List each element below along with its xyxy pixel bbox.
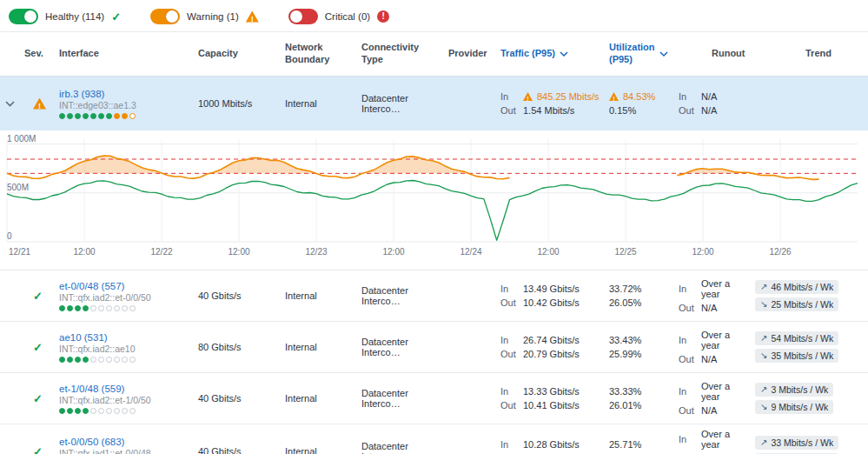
health-dot [75,305,81,311]
health-dot [129,305,136,311]
severity-cell: ✓ [24,290,59,303]
interface-subtitle: INT::qfx.iad2::et-1/0/50 [59,395,193,405]
table-row[interactable]: ✓ et-0/0/50 (683) INT::qfx.iad1::et-0/0/… [0,424,868,454]
connectivity-cell: Datacenter Interco… [361,441,448,454]
runout-cell: InOver a year OutN/A [679,330,755,364]
health-dot [83,305,89,311]
boundary-cell: Internal [285,98,361,109]
trend-badge: ↘25 Mbits/s / Wk [755,297,838,311]
critical-icon: ! [377,10,389,23]
health-dot [75,113,81,119]
health-dot [90,113,96,119]
header-severity[interactable]: Sev. [24,48,59,60]
trend-badge: ↗54 Mbits/s / Wk [755,331,838,345]
health-dot [114,408,120,414]
trend-cell: ↗33 Mbits/s / Wk ↗31 Mbits/s / Wk [755,436,868,454]
warning-icon [33,98,46,110]
trend-up-icon: ↗ [760,385,767,394]
severity-cell: ✓ [24,341,59,354]
svg-text:12:00: 12:00 [692,247,713,257]
interface-link[interactable]: et-0/0/48 (557) [59,281,124,291]
header-runout[interactable]: Runout [679,48,755,60]
filter-critical-label: Critical (0) [325,11,370,22]
interface-cell: irb.3 (938) INT::edge03::ae1.3 [59,89,198,119]
utilization-cell: 33.72% 26.05% [609,284,679,308]
connectivity-cell: Datacenter Interco… [361,93,448,114]
chevron-down-icon [659,51,668,57]
table-row[interactable]: ✓ ae10 (531) INT::qfx.iad2::ae10 80 Gbit… [0,322,868,373]
trend-badge: ↘35 Mbits/s / Wk [755,349,838,363]
interface-link[interactable]: irb.3 (938) [59,89,104,99]
health-dot [90,305,96,311]
trend-badge: ↗46 Mbits/s / Wk [755,280,838,294]
trend-up-icon: ↗ [760,283,767,291]
traffic-cell: In845.25 Mbits/s Out1.54 Mbits/s [500,91,609,116]
critical-toggle[interactable] [288,9,318,24]
toggle-knob [24,10,36,23]
health-dot [122,305,128,311]
header-utilization-p95[interactable]: Utilization(P95) [609,42,679,66]
header-traffic-p95[interactable]: Traffic (P95) [500,48,609,60]
header-network-boundary[interactable]: Network Boundary [285,42,361,66]
utilization-cell: 84.53% 0.15% [609,91,679,116]
svg-text:12/26: 12/26 [769,247,791,257]
interface-cell: ae10 (531) INT::qfx.iad2::ae10 [59,332,198,363]
trend-down-icon: ↘ [760,300,767,309]
header-provider[interactable]: Provider [448,48,500,60]
runout-cell: InOver a year OutOver a year [679,429,755,454]
capacity-cell: 1000 Mbits/s [198,98,285,109]
boundary-cell: Internal [285,342,361,352]
filter-critical: Critical (0) ! [288,9,389,24]
health-dot [59,305,65,311]
health-history-dots [59,305,193,311]
svg-text:12/24: 12/24 [460,247,481,257]
table-row[interactable]: ✓ et-1/0/48 (559) INT::qfx.iad2::et-1/0/… [0,373,868,424]
interface-subtitle: INT::qfx.iad2::et-0/0/50 [59,292,193,303]
chevron-down-icon [560,51,568,57]
interface-subtitle: INT::edge03::ae1.3 [59,100,193,110]
svg-text:12:00: 12:00 [73,247,95,257]
interface-link[interactable]: et-0/0/50 (683) [59,437,124,447]
check-icon: ✓ [33,445,43,454]
boundary-cell: Internal [285,393,361,404]
health-dot [106,113,112,119]
toggle-knob [290,10,302,23]
traffic-chart[interactable]: 12/2112:0012/2212:0012/2312:0012/2412:00… [0,130,868,270]
traffic-chart-svg[interactable]: 12/2112:0012/2212:0012/2312:0012/2412:00… [0,130,868,270]
health-dot [114,113,120,119]
warning-toggle[interactable] [150,9,180,24]
traffic-cell: In13.33 Gbits/s Out10.41 Gbits/s [500,386,609,411]
health-dot [83,113,89,119]
svg-text:12:00: 12:00 [537,247,559,257]
svg-text:12:00: 12:00 [228,247,249,257]
interface-cell: et-0/0/48 (557) INT::qfx.iad2::et-0/0/50 [59,281,198,311]
svg-text:12/23: 12/23 [305,247,327,257]
toggle-knob [166,10,178,23]
interface-link[interactable]: et-1/0/48 (559) [59,384,124,394]
health-dot [98,113,104,119]
table-row[interactable]: irb.3 (938) INT::edge03::ae1.3 1000 Mbit… [0,77,868,130]
svg-text:500M: 500M [7,183,29,192]
header-interface[interactable]: Interface [59,48,198,60]
expand-cell[interactable] [0,101,24,107]
interface-subtitle: INT::qfx.iad1::et-0/0/48 [59,448,193,454]
header-connectivity-type[interactable]: Connectivity Type [361,42,448,66]
header-capacity[interactable]: Capacity [198,48,285,60]
trend-down-icon: ↘ [760,403,767,411]
trend-cell: ↗54 Mbits/s / Wk ↘35 Mbits/s / Wk [755,331,868,363]
health-dot [106,305,112,311]
check-icon: ✓ [111,10,121,23]
warning-icon [246,11,259,23]
utilization-cell: 33.43% 25.99% [609,335,679,359]
healthy-toggle[interactable] [9,9,38,24]
runout-cell: InOver a year OutN/A [679,278,755,313]
runout-cell: InOver a year OutN/A [679,381,755,416]
interface-link[interactable]: ae10 (531) [59,332,108,343]
health-dot [114,357,120,363]
interface-cell: et-0/0/50 (683) INT::qfx.iad1::et-0/0/48 [59,437,198,454]
chevron-down-icon [5,101,15,107]
table-row[interactable]: ✓ et-0/0/48 (557) INT::qfx.iad2::et-0/0/… [0,270,868,322]
svg-text:12/25: 12/25 [614,247,636,257]
traffic-cell: In10.28 Gbits/s Out13.24 Gbits/s [500,439,609,454]
header-trend[interactable]: Trend [755,48,868,60]
